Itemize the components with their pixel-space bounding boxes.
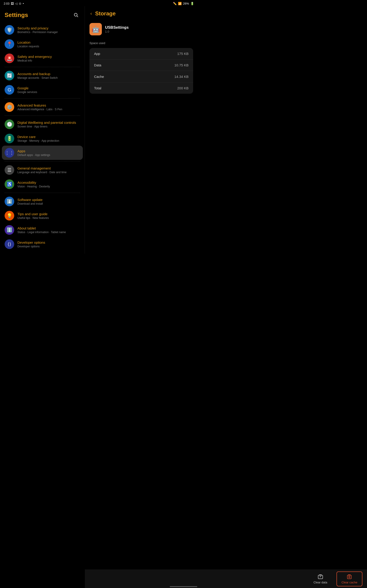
- back-button[interactable]: ‹: [90, 10, 93, 17]
- security-icon: 🛡️: [5, 25, 14, 35]
- divider-after-advanced: [5, 115, 80, 116]
- bottom-spacer: [90, 97, 193, 118]
- sidebar-item-developer[interactable]: ⟨⟩Developer optionsDeveloper options: [0, 237, 85, 251]
- nfc-icon: ⊙: [19, 2, 21, 5]
- sidebar-item-security[interactable]: 🛡️Security and privacyBiometrics · Permi…: [0, 23, 85, 37]
- divider-after-safety: [5, 67, 80, 67]
- apps-icon: ⋮⋮: [5, 148, 14, 157]
- advanced-icon: ⚙️: [5, 102, 14, 112]
- dot-icon: •: [23, 2, 24, 5]
- app-version: 1.0: [105, 30, 129, 33]
- abouttablet-subtitle: Status · Legal information · Tablet name: [17, 231, 80, 234]
- sidebar-item-apps[interactable]: ⋮⋮AppsDefault apps · App settings: [2, 146, 83, 160]
- settings-panel: Settings 🛡️Security and privacyBiometric…: [0, 6, 85, 254]
- sidebar-item-safety[interactable]: 🚨Safety and emergencyMedical info: [0, 51, 85, 65]
- accounts-text: Accounts and backupManage accounts · Sma…: [17, 72, 80, 80]
- status-right: ✏️ 📶 26% 🔋: [173, 2, 194, 5]
- app-details: USBSettings 1.0: [105, 25, 129, 33]
- battery-display: 26%: [183, 2, 189, 5]
- storage-header: ‹ Storage: [90, 10, 193, 17]
- accessibility-icon: ♿: [5, 179, 14, 189]
- advanced-text: Advanced featuresAdvanced intelligence ·…: [17, 103, 80, 111]
- wifi-icon: 📶: [178, 2, 182, 5]
- generalmanagement-icon: ☰: [5, 165, 14, 175]
- svg-line-1: [77, 16, 78, 17]
- status-bar: 2:03 🖼 ◁ ⊙ • ✏️ 📶 26% 🔋: [0, 0, 198, 6]
- security-text: Security and privacyBiometrics · Permiss…: [17, 26, 80, 34]
- security-subtitle: Biometrics · Permission manager: [17, 31, 80, 34]
- abouttablet-title: About tablet: [17, 226, 80, 231]
- tips-text: Tips and user guideUseful tips · New fea…: [17, 212, 80, 220]
- storage-row-cache: Cache14.34 KB: [90, 71, 193, 82]
- devicecare-icon: 🔋: [5, 134, 14, 143]
- main-layout: Settings 🛡️Security and privacyBiometric…: [0, 6, 198, 254]
- tips-subtitle: Useful tips · New features: [17, 216, 80, 220]
- softwareupdate-text: Software updateDownload and install: [17, 198, 80, 206]
- sidebar-item-location[interactable]: 📍LocationLocation requests: [0, 37, 85, 51]
- storage-label-total: Total: [94, 86, 101, 90]
- storage-value-cache: 14.34 KB: [174, 75, 189, 78]
- advanced-title: Advanced features: [17, 103, 80, 108]
- storage-title: Storage: [95, 10, 116, 17]
- advanced-subtitle: Advanced intelligence · Labs · S Pen: [17, 108, 80, 111]
- sidebar-item-accessibility[interactable]: ♿AccessibilityVision · Hearing · Dexteri…: [0, 177, 85, 191]
- app-emoji: 🤖: [92, 26, 100, 33]
- storage-label-app: App: [94, 52, 100, 56]
- accessibility-title: Accessibility: [17, 180, 80, 185]
- google-text: GoogleGoogle services: [17, 86, 80, 94]
- google-title: Google: [17, 86, 80, 90]
- softwareupdate-icon: ⬇️: [5, 197, 14, 206]
- storage-row-data: Data10.75 KB: [90, 60, 193, 71]
- storage-label-data: Data: [94, 63, 101, 67]
- softwareupdate-title: Software update: [17, 198, 80, 202]
- developer-icon: ⟨⟩: [5, 239, 14, 249]
- accessibility-text: AccessibilityVision · Hearing · Dexterit…: [17, 180, 80, 188]
- location-text: LocationLocation requests: [17, 40, 80, 48]
- generalmanagement-text: General managementLanguage and keyboard …: [17, 166, 80, 174]
- security-title: Security and privacy: [17, 26, 80, 31]
- digitalwellbeing-title: Digital Wellbeing and parental controls: [17, 120, 80, 125]
- divider-after-google: [5, 98, 80, 99]
- sidebar-item-tips[interactable]: 💡Tips and user guideUseful tips · New fe…: [0, 208, 85, 223]
- time-display: 2:03: [4, 2, 9, 5]
- digitalwellbeing-text: Digital Wellbeing and parental controlsS…: [17, 120, 80, 128]
- svg-point-0: [74, 13, 77, 16]
- storage-label-cache: Cache: [94, 75, 104, 78]
- apps-text: AppsDefault apps · App settings: [17, 149, 80, 157]
- nav-icon: ◁: [15, 2, 17, 5]
- settings-header: Settings: [0, 9, 85, 23]
- divider-after-accessibility: [5, 193, 80, 193]
- storage-row-total: Total200 KB: [90, 82, 193, 94]
- settings-items-list: 🛡️Security and privacyBiometrics · Permi…: [0, 23, 85, 251]
- abouttablet-icon: ℹ️: [5, 225, 14, 235]
- devicecare-subtitle: Storage · Memory · App protection: [17, 139, 80, 142]
- storage-value-total: 200 KB: [177, 86, 189, 90]
- tips-icon: 💡: [5, 211, 14, 221]
- space-used-label: Space used: [90, 41, 193, 45]
- location-subtitle: Location requests: [17, 45, 80, 48]
- tips-title: Tips and user guide: [17, 212, 80, 216]
- search-button[interactable]: [72, 11, 80, 19]
- app-info: 🤖 USBSettings 1.0: [90, 21, 193, 37]
- apps-subtitle: Default apps · App settings: [17, 153, 80, 157]
- pencil-icon: ✏️: [173, 2, 177, 5]
- divider-after-apps: [5, 161, 80, 162]
- softwareupdate-subtitle: Download and install: [17, 202, 80, 205]
- developer-subtitle: Developer options: [17, 245, 80, 248]
- sidebar-item-generalmanagement[interactable]: ☰General managementLanguage and keyboard…: [0, 163, 85, 177]
- sidebar-item-devicecare[interactable]: 🔋Device careStorage · Memory · App prote…: [0, 131, 85, 146]
- storage-row-app: App175 KB: [90, 48, 193, 60]
- sidebar-item-advanced[interactable]: ⚙️Advanced featuresAdvanced intelligence…: [0, 100, 85, 114]
- sidebar-item-google[interactable]: GGoogleGoogle services: [0, 83, 85, 97]
- sidebar-item-abouttablet[interactable]: ℹ️About tabletStatus · Legal information…: [0, 223, 85, 237]
- storage-value-data: 10.75 KB: [174, 63, 189, 67]
- accounts-subtitle: Manage accounts · Smart Switch: [17, 76, 80, 79]
- sidebar-item-digitalwellbeing[interactable]: 🕐Digital Wellbeing and parental controls…: [0, 117, 85, 131]
- digitalwellbeing-icon: 🕐: [5, 120, 14, 129]
- developer-title: Developer options: [17, 240, 80, 245]
- safety-title: Safety and emergency: [17, 54, 80, 59]
- sidebar-item-softwareupdate[interactable]: ⬇️Software updateDownload and install: [0, 194, 85, 208]
- sidebar-item-accounts[interactable]: 🔄Accounts and backupManage accounts · Sm…: [0, 69, 85, 83]
- storage-panel: ‹ Storage 🤖 USBSettings 1.0 Space used A…: [85, 6, 198, 254]
- safety-icon: 🚨: [5, 53, 14, 63]
